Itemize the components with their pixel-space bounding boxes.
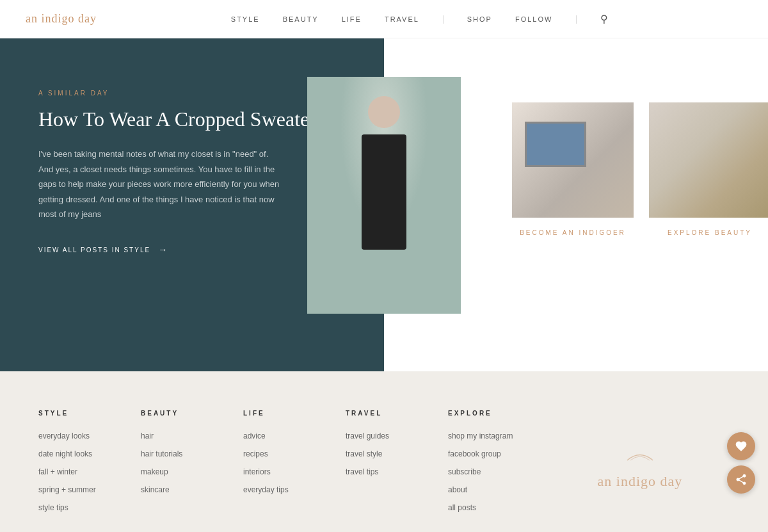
footer-heading-beauty: BEAUTY <box>141 410 243 417</box>
toiletries-art <box>649 102 768 218</box>
hero-image <box>307 77 461 314</box>
nav-divider-1: | <box>442 14 444 24</box>
footer-link-recipes[interactable]: recipes <box>243 449 268 458</box>
footer-link-travel-style[interactable]: travel style <box>346 449 382 458</box>
card-image-beauty <box>649 102 768 218</box>
footer-links-explore: shop my instagram facebook group subscri… <box>448 430 550 513</box>
card-label-indigoer: BECOME AN INDIGOER <box>520 228 626 238</box>
footer-link-interiors[interactable]: interiors <box>243 467 271 476</box>
cards-row: BECOME AN INDIGOER EXPLORE BEAUTY <box>512 102 768 238</box>
footer-heading-explore: EXPLORE <box>448 410 550 417</box>
footer-link-style-tips[interactable]: style tips <box>38 503 68 512</box>
footer-logo-icon <box>624 446 656 465</box>
footer-col-explore: EXPLORE shop my instagram facebook group… <box>448 410 550 513</box>
laptop-art <box>512 102 634 218</box>
footer-link-travel-guides[interactable]: travel guides <box>346 431 389 440</box>
footer-link-everyday-looks[interactable]: everyday looks <box>38 431 90 440</box>
article-excerpt: I've been taking mental notes of what my… <box>38 147 282 222</box>
footer-col-life: LIFE advice recipes interiors everyday t… <box>243 410 346 513</box>
nav-divider-2: | <box>575 14 577 24</box>
footer-link-makeup[interactable]: makeup <box>141 467 168 476</box>
article-title: How To Wear A Cropped Sweater <box>38 107 346 131</box>
nav-style[interactable]: STYLE <box>231 15 260 23</box>
card-indigoer[interactable]: BECOME AN INDIGOER <box>512 102 634 238</box>
footer-heading-life: LIFE <box>243 410 346 417</box>
hero-panel: A SIMILAR DAY How To Wear A Cropped Swea… <box>0 38 384 371</box>
footer-link-advice[interactable]: advice <box>243 431 266 440</box>
footer-link-hair[interactable]: hair <box>141 431 154 440</box>
footer-link-facebook-group[interactable]: facebook group <box>448 449 501 458</box>
footer-link-fall-winter[interactable]: fall + winter <box>38 467 77 476</box>
footer-col-style: STYLE everyday looks date night looks fa… <box>38 410 141 513</box>
footer-brand: an indigo day <box>550 410 730 513</box>
footer-col-travel: TRAVEL travel guides travel style travel… <box>346 410 448 513</box>
footer-logo-text: an indigo day <box>598 473 683 490</box>
favorite-button[interactable] <box>727 432 755 460</box>
site-header: an indigo day STYLE BEAUTY LIFE TRAVEL |… <box>0 0 768 38</box>
share-button[interactable] <box>727 465 755 494</box>
footer-links-travel: travel guides travel style travel tips <box>346 430 448 477</box>
card-image-indigoer <box>512 102 634 218</box>
nav-travel[interactable]: TRAVEL <box>385 15 419 23</box>
card-label-beauty: EXPLORE BEAUTY <box>668 228 752 238</box>
nav-beauty[interactable]: BEAUTY <box>283 15 319 23</box>
footer-link-subscribe[interactable]: subscribe <box>448 467 481 476</box>
footer-link-spring-summer[interactable]: spring + summer <box>38 485 96 494</box>
main-nav: STYLE BEAUTY LIFE TRAVEL | SHOP FOLLOW |… <box>97 13 742 25</box>
footer-heading-style: STYLE <box>38 410 141 417</box>
main-section: A SIMILAR DAY How To Wear A Cropped Swea… <box>0 38 768 371</box>
footer-link-about[interactable]: about <box>448 485 467 494</box>
site-logo[interactable]: an indigo day <box>26 12 97 26</box>
footer-link-skincare[interactable]: skincare <box>141 485 170 494</box>
footer-links-style: everyday looks date night looks fall + w… <box>38 430 141 513</box>
nav-shop[interactable]: SHOP <box>467 15 492 23</box>
footer-link-hair-tutorials[interactable]: hair tutorials <box>141 449 182 458</box>
search-icon[interactable]: ⚲ <box>600 13 608 25</box>
category-tag: A SIMILAR DAY <box>38 90 346 97</box>
floating-buttons <box>727 432 755 494</box>
fashion-image-art <box>307 77 461 314</box>
footer-link-date-night[interactable]: date night looks <box>38 449 92 458</box>
card-beauty[interactable]: EXPLORE BEAUTY <box>649 102 768 238</box>
footer-col-beauty: BEAUTY hair hair tutorials makeup skinca… <box>141 410 243 513</box>
footer-columns: STYLE everyday looks date night looks fa… <box>38 410 730 513</box>
nav-follow[interactable]: FOLLOW <box>515 15 552 23</box>
footer-link-travel-tips[interactable]: travel tips <box>346 467 378 476</box>
view-all-link[interactable]: VIEW ALL POSTS IN STYLE <box>38 245 346 255</box>
footer-link-all-posts[interactable]: all posts <box>448 503 476 512</box>
footer-links-life: advice recipes interiors everyday tips <box>243 430 346 495</box>
footer-links-beauty: hair hair tutorials makeup skincare <box>141 430 243 495</box>
footer-heading-travel: TRAVEL <box>346 410 448 417</box>
footer-link-everyday-tips[interactable]: everyday tips <box>243 485 289 494</box>
site-footer: STYLE everyday looks date night looks fa… <box>0 371 768 532</box>
footer-link-shop-instagram[interactable]: shop my instagram <box>448 431 513 440</box>
nav-life[interactable]: LIFE <box>342 15 362 23</box>
